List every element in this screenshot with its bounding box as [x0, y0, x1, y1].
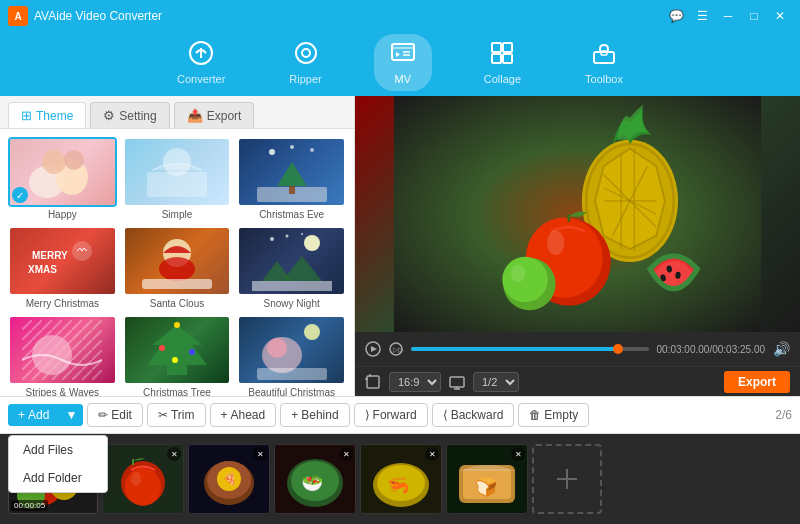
- nav-collage[interactable]: Collage: [472, 36, 533, 89]
- titlebar: A AVAide Video Converter 💬 ☰ ─ □ ✕: [0, 0, 800, 32]
- tl-badge-1: 00:00:05: [11, 500, 48, 511]
- svg-rect-9: [503, 54, 512, 63]
- timeline-item-5[interactable]: 🦐 ✕: [360, 444, 442, 514]
- svg-point-3: [296, 43, 316, 63]
- svg-text:A: A: [14, 11, 21, 22]
- svg-point-40: [304, 324, 320, 340]
- edit-icon: ✏: [98, 408, 108, 422]
- timeline-item-4[interactable]: 🥗 ✕: [274, 444, 356, 514]
- theme-name-stripes-waves: Stripes & Waves: [26, 387, 100, 396]
- ahead-button[interactable]: + Ahead: [210, 403, 277, 427]
- window-controls: 💬 ☰ ─ □ ✕: [664, 6, 792, 26]
- add-button[interactable]: + Add: [8, 404, 59, 426]
- svg-text:▷▷: ▷▷: [393, 346, 403, 353]
- aspect-ratio-select[interactable]: 16:9: [389, 372, 441, 392]
- svg-point-20: [290, 145, 294, 149]
- nav-mv[interactable]: MV: [374, 34, 432, 91]
- tl-close-5[interactable]: ✕: [425, 447, 439, 461]
- tab-theme[interactable]: ⊞ Theme: [8, 102, 86, 128]
- add-folder-item[interactable]: Add Folder: [9, 464, 107, 492]
- svg-text:🦐: 🦐: [387, 474, 410, 496]
- svg-text:MERRY: MERRY: [32, 250, 68, 261]
- trim-button[interactable]: ✂ Trim: [147, 403, 206, 427]
- svg-point-19: [310, 148, 314, 152]
- svg-text:🍕: 🍕: [222, 471, 237, 486]
- backward-button[interactable]: ⟨ Backward: [432, 403, 515, 427]
- theme-thumb-simple: [123, 137, 232, 207]
- close-button[interactable]: ✕: [768, 6, 792, 26]
- step-forward-button[interactable]: ▷▷: [389, 342, 403, 356]
- tab-setting-label: Setting: [119, 109, 156, 123]
- theme-name-snowy-night: Snowy Night: [264, 298, 320, 309]
- tab-setting[interactable]: ⚙ Setting: [90, 102, 169, 128]
- app-title: AVAide Video Converter: [34, 9, 664, 23]
- right-panel: ▷▷ 00:03:00.00/00:03:25.00 🔊 16:9: [355, 96, 800, 396]
- svg-point-39: [172, 357, 178, 363]
- minimize-button[interactable]: ─: [716, 6, 740, 26]
- theme-thumb-snowy-night: [237, 226, 346, 296]
- svg-text:XMAS: XMAS: [28, 264, 57, 275]
- nav-toolbox[interactable]: Toolbox: [573, 36, 635, 89]
- menu-button[interactable]: ☰: [690, 6, 714, 26]
- scale-select[interactable]: 1/2: [473, 372, 519, 392]
- empty-button[interactable]: 🗑 Empty: [518, 403, 589, 427]
- svg-text:🍞: 🍞: [475, 476, 498, 498]
- forward-button[interactable]: ⟩ Forward: [354, 403, 428, 427]
- svg-point-17: [163, 148, 191, 176]
- mv-icon: [390, 40, 416, 70]
- maximize-button[interactable]: □: [742, 6, 766, 26]
- tl-close-6[interactable]: ✕: [511, 447, 525, 461]
- theme-item-beautiful-christmas[interactable]: Beautiful Christmas: [237, 315, 346, 396]
- tl-close-3[interactable]: ✕: [253, 447, 267, 461]
- theme-thumb-beautiful-christmas: [237, 315, 346, 385]
- tab-export[interactable]: 📤 Export: [174, 102, 255, 128]
- converter-label: Converter: [177, 73, 225, 85]
- timeline-item-6[interactable]: 🍞 ✕: [446, 444, 528, 514]
- svg-rect-65: [367, 376, 379, 388]
- volume-icon[interactable]: 🔊: [773, 341, 790, 357]
- edit-button[interactable]: ✏ Edit: [87, 403, 143, 427]
- theme-thumb-christmas-tree: [123, 315, 232, 385]
- collage-icon: [489, 40, 515, 70]
- theme-item-christmas-eve[interactable]: Christmas Eve: [237, 137, 346, 220]
- export-button[interactable]: Export: [724, 371, 790, 393]
- converter-icon: [188, 40, 214, 70]
- theme-tab-icon: ⊞: [21, 108, 32, 123]
- theme-item-stripes-waves[interactable]: Stripes & Waves: [8, 315, 117, 396]
- tab-theme-label: Theme: [36, 109, 73, 123]
- theme-item-simple[interactable]: Simple: [123, 137, 232, 220]
- nav-ripper[interactable]: Ripper: [277, 36, 333, 89]
- add-files-item[interactable]: Add Files: [9, 436, 107, 464]
- page-count: 2/6: [775, 408, 792, 422]
- timeline-item-3[interactable]: 🍕 ✕: [188, 444, 270, 514]
- play-button[interactable]: [365, 341, 381, 357]
- ripper-icon: [293, 40, 319, 70]
- svg-point-4: [302, 49, 310, 57]
- svg-point-36: [174, 322, 180, 328]
- timeline-item-2[interactable]: ✕: [102, 444, 184, 514]
- scissors-icon: ✂: [158, 408, 168, 422]
- behind-button[interactable]: + Behind: [280, 403, 349, 427]
- tl-close-2[interactable]: ✕: [167, 447, 181, 461]
- theme-item-snowy-night[interactable]: Snowy Night: [237, 226, 346, 309]
- svg-rect-10: [594, 52, 614, 63]
- themes-grid: ✓ Happy Simple: [0, 129, 354, 396]
- svg-point-18: [269, 149, 275, 155]
- progress-handle[interactable]: [613, 344, 623, 354]
- theme-item-merry-christmas[interactable]: MERRY XMAS Merry Christmas: [8, 226, 117, 309]
- theme-item-santa-claus[interactable]: Santa Clous: [123, 226, 232, 309]
- crop-icon: [365, 374, 381, 390]
- add-dropdown-button[interactable]: ▼: [59, 404, 83, 426]
- chat-button[interactable]: 💬: [664, 6, 688, 26]
- nav-converter[interactable]: Converter: [165, 36, 237, 89]
- progress-bar[interactable]: [411, 347, 649, 351]
- theme-item-christmas-tree[interactable]: Christmas Tree: [123, 315, 232, 396]
- tl-close-4[interactable]: ✕: [339, 447, 353, 461]
- mv-label: MV: [394, 73, 411, 85]
- add-more-button[interactable]: [532, 444, 602, 514]
- theme-thumb-christmas-eve: [237, 137, 346, 207]
- theme-name-merry-christmas: Merry Christmas: [26, 298, 99, 309]
- app-logo: A: [8, 6, 28, 26]
- theme-item-happy[interactable]: ✓ Happy: [8, 137, 117, 220]
- video-bottom-bar: 16:9 1/2 Export: [355, 366, 800, 396]
